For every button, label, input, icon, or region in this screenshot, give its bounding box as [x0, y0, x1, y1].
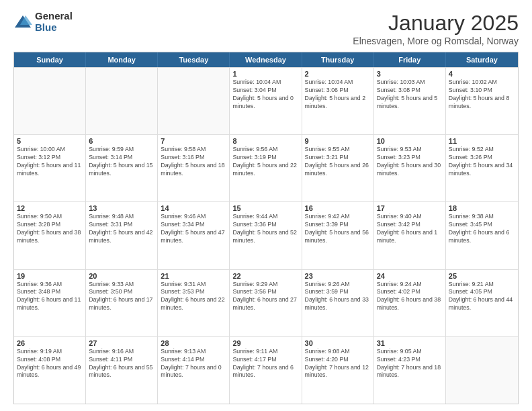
day-info: Sunrise: 9:31 AM Sunset: 3:53 PM Dayligh…: [161, 281, 226, 313]
day-info: Sunrise: 9:24 AM Sunset: 4:02 PM Dayligh…: [377, 281, 443, 313]
day-info: Sunrise: 9:52 AM Sunset: 3:26 PM Dayligh…: [449, 146, 515, 178]
day-number: 16: [305, 204, 371, 212]
header: General Blue January 2025 Elnesvagen, Mo…: [13, 11, 519, 46]
day-number: 1: [232, 70, 298, 78]
calendar-row-4: 19Sunrise: 9:36 AM Sunset: 3:48 PM Dayli…: [14, 269, 518, 336]
header-day-sunday: Sunday: [14, 52, 86, 67]
day-cell-1: 1Sunrise: 10:04 AM Sunset: 3:04 PM Dayli…: [230, 68, 302, 134]
day-info: Sunrise: 9:48 AM Sunset: 3:31 PM Dayligh…: [89, 213, 154, 245]
day-info: Sunrise: 9:55 AM Sunset: 3:21 PM Dayligh…: [305, 146, 371, 178]
day-cell-21: 21Sunrise: 9:31 AM Sunset: 3:53 PM Dayli…: [158, 270, 230, 336]
day-cell-29: 29Sunrise: 9:11 AM Sunset: 4:17 PM Dayli…: [230, 337, 302, 404]
day-number: 8: [232, 137, 298, 145]
calendar-row-3: 12Sunrise: 9:50 AM Sunset: 3:28 PM Dayli…: [14, 201, 518, 269]
day-info: Sunrise: 9:36 AM Sunset: 3:48 PM Dayligh…: [17, 281, 83, 313]
day-info: Sunrise: 10:03 AM Sunset: 3:08 PM Daylig…: [377, 79, 443, 111]
day-info: Sunrise: 9:59 AM Sunset: 3:14 PM Dayligh…: [89, 146, 154, 178]
header-day-friday: Friday: [374, 52, 446, 67]
day-info: Sunrise: 10:04 AM Sunset: 3:06 PM Daylig…: [305, 79, 371, 111]
logo-general: General: [35, 11, 73, 22]
day-number: 17: [377, 204, 443, 212]
day-info: Sunrise: 10:02 AM Sunset: 3:10 PM Daylig…: [449, 79, 515, 111]
header-day-wednesday: Wednesday: [230, 52, 302, 67]
day-cell-17: 17Sunrise: 9:40 AM Sunset: 3:42 PM Dayli…: [374, 202, 446, 269]
day-info: Sunrise: 9:19 AM Sunset: 4:08 PM Dayligh…: [17, 348, 83, 380]
month-title: January 2025: [353, 11, 519, 36]
day-info: Sunrise: 9:21 AM Sunset: 4:05 PM Dayligh…: [449, 281, 515, 313]
day-cell-13: 13Sunrise: 9:48 AM Sunset: 3:31 PM Dayli…: [86, 202, 158, 269]
subtitle: Elnesvagen, More og Romsdal, Norway: [353, 36, 519, 46]
calendar-row-1: 1Sunrise: 10:04 AM Sunset: 3:04 PM Dayli…: [14, 67, 518, 134]
day-info: Sunrise: 9:42 AM Sunset: 3:39 PM Dayligh…: [305, 213, 371, 245]
day-cell-20: 20Sunrise: 9:33 AM Sunset: 3:50 PM Dayli…: [86, 270, 158, 336]
day-number: 2: [305, 70, 371, 78]
day-number: 25: [449, 272, 515, 280]
day-cell-6: 6Sunrise: 9:59 AM Sunset: 3:14 PM Daylig…: [86, 135, 158, 201]
day-number: 24: [377, 272, 443, 280]
day-number: 11: [449, 137, 515, 145]
day-cell-25: 25Sunrise: 9:21 AM Sunset: 4:05 PM Dayli…: [446, 270, 518, 336]
day-number: 5: [17, 137, 83, 145]
day-info: Sunrise: 9:13 AM Sunset: 4:14 PM Dayligh…: [161, 348, 226, 380]
day-info: Sunrise: 9:08 AM Sunset: 4:20 PM Dayligh…: [305, 348, 371, 380]
logo-text: General Blue: [35, 11, 73, 33]
day-number: 15: [232, 204, 298, 212]
header-day-monday: Monday: [86, 52, 158, 67]
day-info: Sunrise: 9:44 AM Sunset: 3:36 PM Dayligh…: [232, 213, 298, 245]
day-cell-14: 14Sunrise: 9:46 AM Sunset: 3:34 PM Dayli…: [158, 202, 230, 269]
header-day-saturday: Saturday: [446, 52, 518, 67]
day-cell-5: 5Sunrise: 10:00 AM Sunset: 3:12 PM Dayli…: [14, 135, 86, 201]
day-cell-26: 26Sunrise: 9:19 AM Sunset: 4:08 PM Dayli…: [14, 337, 86, 404]
day-cell-16: 16Sunrise: 9:42 AM Sunset: 3:39 PM Dayli…: [302, 202, 374, 269]
day-info: Sunrise: 9:53 AM Sunset: 3:23 PM Dayligh…: [377, 146, 443, 178]
day-info: Sunrise: 9:16 AM Sunset: 4:11 PM Dayligh…: [89, 348, 154, 380]
day-cell-2: 2Sunrise: 10:04 AM Sunset: 3:06 PM Dayli…: [302, 68, 374, 134]
day-number: 21: [161, 272, 226, 280]
day-number: 3: [377, 70, 443, 78]
page: General Blue January 2025 Elnesvagen, Mo…: [0, 0, 532, 411]
day-cell-15: 15Sunrise: 9:44 AM Sunset: 3:36 PM Dayli…: [230, 202, 302, 269]
day-number: 23: [305, 272, 371, 280]
day-info: Sunrise: 10:00 AM Sunset: 3:12 PM Daylig…: [17, 146, 83, 178]
header-day-thursday: Thursday: [302, 52, 374, 67]
day-info: Sunrise: 9:05 AM Sunset: 4:23 PM Dayligh…: [377, 348, 443, 380]
day-cell-30: 30Sunrise: 9:08 AM Sunset: 4:20 PM Dayli…: [302, 337, 374, 404]
day-number: 19: [17, 272, 83, 280]
day-number: 12: [17, 204, 83, 212]
day-cell-12: 12Sunrise: 9:50 AM Sunset: 3:28 PM Dayli…: [14, 202, 86, 269]
calendar-row-2: 5Sunrise: 10:00 AM Sunset: 3:12 PM Dayli…: [14, 134, 518, 201]
empty-cell: [14, 68, 86, 134]
day-cell-11: 11Sunrise: 9:52 AM Sunset: 3:26 PM Dayli…: [446, 135, 518, 201]
header-day-tuesday: Tuesday: [158, 52, 230, 67]
day-number: 4: [449, 70, 515, 78]
title-block: January 2025 Elnesvagen, More og Romsdal…: [353, 11, 519, 46]
day-cell-8: 8Sunrise: 9:56 AM Sunset: 3:19 PM Daylig…: [230, 135, 302, 201]
day-info: Sunrise: 9:40 AM Sunset: 3:42 PM Dayligh…: [377, 213, 443, 245]
day-number: 9: [305, 137, 371, 145]
day-info: Sunrise: 9:29 AM Sunset: 3:56 PM Dayligh…: [232, 281, 298, 313]
day-cell-28: 28Sunrise: 9:13 AM Sunset: 4:14 PM Dayli…: [158, 337, 230, 404]
calendar-row-5: 26Sunrise: 9:19 AM Sunset: 4:08 PM Dayli…: [14, 336, 518, 404]
day-cell-18: 18Sunrise: 9:38 AM Sunset: 3:45 PM Dayli…: [446, 202, 518, 269]
calendar-body: 1Sunrise: 10:04 AM Sunset: 3:04 PM Dayli…: [14, 67, 518, 404]
calendar-header: SundayMondayTuesdayWednesdayThursdayFrid…: [14, 52, 518, 67]
day-number: 7: [161, 137, 226, 145]
logo-icon: [13, 13, 32, 32]
empty-cell: [158, 68, 230, 134]
day-cell-24: 24Sunrise: 9:24 AM Sunset: 4:02 PM Dayli…: [374, 270, 446, 336]
empty-cell: [86, 68, 158, 134]
day-number: 10: [377, 137, 443, 145]
day-number: 6: [89, 137, 154, 145]
day-number: 18: [449, 204, 515, 212]
day-info: Sunrise: 9:46 AM Sunset: 3:34 PM Dayligh…: [161, 213, 226, 245]
day-number: 27: [89, 339, 154, 347]
day-number: 29: [232, 339, 298, 347]
day-cell-3: 3Sunrise: 10:03 AM Sunset: 3:08 PM Dayli…: [374, 68, 446, 134]
day-info: Sunrise: 9:11 AM Sunset: 4:17 PM Dayligh…: [232, 348, 298, 380]
day-number: 14: [161, 204, 226, 212]
day-info: Sunrise: 9:50 AM Sunset: 3:28 PM Dayligh…: [17, 213, 83, 245]
day-cell-23: 23Sunrise: 9:26 AM Sunset: 3:59 PM Dayli…: [302, 270, 374, 336]
day-number: 31: [377, 339, 443, 347]
day-info: Sunrise: 10:04 AM Sunset: 3:04 PM Daylig…: [232, 79, 298, 111]
day-cell-19: 19Sunrise: 9:36 AM Sunset: 3:48 PM Dayli…: [14, 270, 86, 336]
